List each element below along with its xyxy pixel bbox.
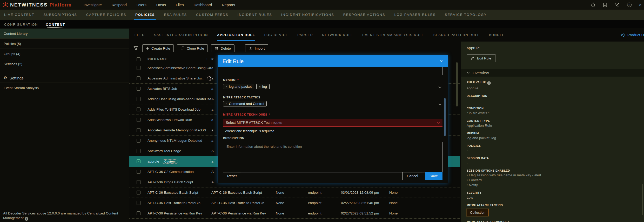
reset-button[interactable]: Reset [223, 172, 241, 180]
table-row[interactable]: APT-C-36 Host Traffic to PasteBin APT-C-… [129, 198, 460, 208]
resize-handle-icon[interactable] [439, 72, 442, 74]
tab-application-rule[interactable]: APPLICATION RULE [217, 29, 255, 42]
cancel-button[interactable]: Cancel [403, 172, 422, 180]
column-header-rule-name[interactable]: RULE NAME [147, 58, 167, 61]
sidebar-item-services[interactable]: Services (2) [0, 59, 129, 69]
subnav-custom-feeds[interactable]: CUSTOM FEEDS [196, 10, 229, 20]
row-checkbox[interactable] [137, 201, 140, 205]
column-header-clipped[interactable]: R [211, 58, 214, 61]
topnav-item-dashboard[interactable]: Dashboard [193, 3, 212, 7]
tab-parser[interactable]: PARSER [297, 29, 313, 42]
row-checkbox[interactable] [137, 211, 140, 215]
filter-icon[interactable] [133, 46, 138, 51]
topnav-item-files[interactable]: Files [176, 3, 184, 7]
tab-feed[interactable]: FEED [135, 29, 145, 42]
clone-rule-button[interactable]: Clone Rule [177, 44, 208, 52]
row-checkbox[interactable] [137, 118, 140, 122]
sidebar-item-policies[interactable]: Policies (5) [0, 39, 129, 49]
chevron-down-icon[interactable] [437, 122, 440, 124]
product-updates-link[interactable]: Product U [621, 33, 644, 37]
subnav-esa-rules[interactable]: ESA RULES [164, 10, 187, 20]
create-rule-button[interactable]: Create Rule [142, 44, 174, 52]
chevron-down-icon[interactable] [438, 86, 441, 88]
sidebar-item-event-stream-analysis[interactable]: Event Stream Analysis [0, 83, 129, 93]
row-checkbox-checked[interactable]: ✓ [137, 159, 140, 163]
tools-icon[interactable] [615, 3, 619, 7]
topnav-item-investigate[interactable]: Investigate [84, 3, 102, 7]
field-label: CONDITION [467, 107, 644, 110]
subnav-live-content[interactable]: LIVE CONTENT [4, 10, 34, 20]
tab-log-device[interactable]: LOG DEVICE [264, 29, 288, 42]
table-toolbar: Create Rule Clone Rule Delete Import [133, 44, 460, 52]
sidebar-item-settings[interactable]: ⚙ Settings [0, 73, 129, 83]
tab-configuration[interactable]: CONFIGURATION [4, 23, 38, 26]
field-policies: POLICIES - [467, 144, 644, 152]
delete-label: Delete [221, 46, 231, 50]
subnav-incident-rules[interactable]: INCIDENT RULES [238, 10, 272, 20]
edit-rule-button[interactable]: Edit Rule [467, 54, 495, 62]
overview-section-header[interactable]: Overview [461, 69, 644, 77]
tactics-select[interactable]: × Command and Control [223, 99, 442, 109]
table-row[interactable]: APT-C-36 Executes Batch Script APT-C-36 … [129, 187, 460, 198]
topnav-item-users[interactable]: Users [137, 3, 146, 7]
tab-bundle[interactable]: BUNDLE [489, 29, 505, 42]
tab-sase-integration-plugin[interactable]: SASE INTEGRATION PLUGIN [154, 29, 208, 42]
medium-select[interactable]: × log and packet × log [223, 82, 442, 92]
sort-ascending-icon[interactable]: ↑ [206, 58, 208, 61]
tab-network-rule[interactable]: NETWORK RULE [322, 29, 353, 42]
remove-chip-icon[interactable]: × [226, 102, 227, 105]
remove-chip-icon[interactable]: × [226, 85, 227, 88]
delete-button[interactable]: Delete [211, 44, 234, 52]
row-checkbox[interactable] [137, 191, 140, 194]
field-label: POLICIES [467, 144, 644, 147]
row-checkbox[interactable] [137, 97, 140, 101]
row-checkbox[interactable] [137, 180, 140, 184]
panel-scrollbar[interactable] [642, 184, 643, 215]
modal-footer: Reset Cancel Save [223, 172, 442, 180]
table-row[interactable]: APT-C-36 Persistence via Run Key APT-C-3… [129, 208, 460, 219]
row-checkbox[interactable] [137, 66, 140, 70]
description-textarea[interactable] [223, 142, 442, 172]
subnav-incident-notifications[interactable]: INCIDENT NOTIFICATIONS [281, 10, 334, 20]
info-glyph: i [26, 217, 27, 221]
sidebar-item-groups[interactable]: Groups (4) [0, 49, 129, 59]
tab-event-stream-analysis-rule[interactable]: EVENT STREAM ANALYSIS RULE [362, 29, 424, 42]
row-checkbox[interactable] [137, 107, 140, 111]
subnav-response-actions[interactable]: RESPONSE ACTIONS [343, 10, 385, 20]
row-checkbox[interactable] [137, 139, 140, 143]
info-icon[interactable]: i [25, 217, 28, 221]
report-icon[interactable] [603, 3, 607, 7]
subnav-log-parser-rules[interactable]: LOG PARSER RULES [394, 10, 435, 20]
topnav-item-respond[interactable]: Respond [112, 3, 127, 7]
import-button[interactable]: Import [245, 44, 268, 52]
subnav-subscriptions[interactable]: SUBSCRIPTIONS [43, 10, 77, 20]
table-scrollbar[interactable] [456, 62, 458, 106]
user-menu[interactable]: a [639, 3, 642, 7]
condition-textarea-partial[interactable] [223, 67, 442, 75]
info-icon[interactable]: i [487, 81, 491, 85]
topnav-item-hosts[interactable]: Hosts [156, 3, 166, 7]
netwitness-logo[interactable]: NETWITNESS Platform [3, 2, 72, 8]
techniques-select-error[interactable]: Select MITRE ATT&CK Techniques [223, 119, 442, 127]
tab-search-pattern-rule[interactable]: SEARCH PATTERN RULE [433, 29, 480, 42]
row-checkbox[interactable] [137, 128, 140, 132]
row-checkbox[interactable] [137, 170, 140, 174]
close-icon[interactable]: ✕ [440, 59, 443, 64]
subnav-service-topology[interactable]: SERVICE TOPOLOGY [445, 10, 487, 20]
help-icon[interactable]: ? [627, 3, 632, 7]
sidebar-spacer [0, 69, 129, 73]
sidebar-item-content-library[interactable]: Content Library [0, 29, 129, 39]
select-all-checkbox[interactable] [137, 57, 140, 61]
subnav-capture-policies[interactable]: CAPTURE POLICIES [86, 10, 126, 20]
modal-scrollbar[interactable] [444, 98, 446, 136]
topnav-item-reports[interactable]: Reports [222, 3, 235, 7]
tab-content[interactable]: CONTENT [46, 23, 65, 28]
remove-chip-icon[interactable]: × [259, 85, 260, 88]
chevron-down-icon[interactable] [438, 103, 441, 105]
row-checkbox[interactable] [137, 149, 140, 153]
row-checkbox[interactable] [137, 76, 140, 80]
subnav-policies[interactable]: POLICIES [135, 10, 155, 20]
row-checkbox[interactable] [137, 87, 140, 91]
save-button[interactable]: Save [425, 172, 442, 180]
timer-icon[interactable] [591, 3, 595, 7]
